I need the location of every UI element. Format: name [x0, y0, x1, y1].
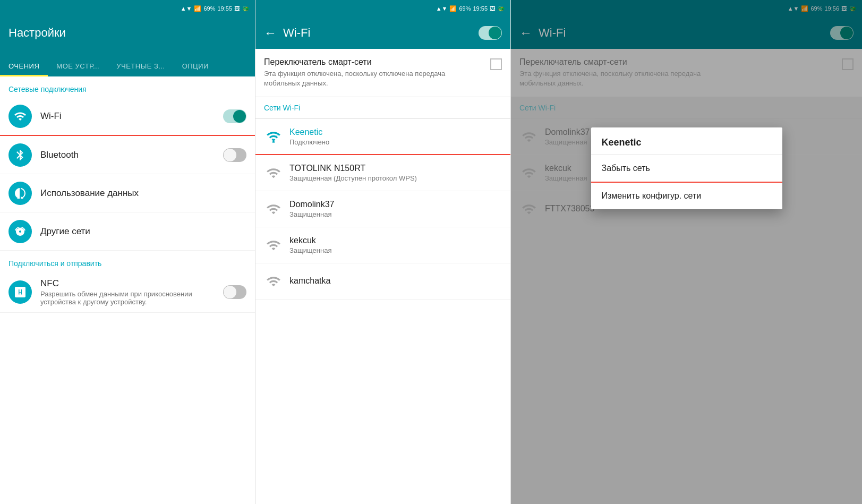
bluetooth-icon — [14, 149, 27, 161]
wifi-signal-icon-domolink — [264, 200, 283, 219]
app-bar-settings: Настройки — [0, 17, 255, 49]
tab-accounts[interactable]: УЧЕТНЫЕ З... — [108, 62, 173, 76]
nfc-icon — [14, 286, 27, 298]
smart-switch-middle: Переключатель смарт-сети Эта функция отк… — [255, 49, 510, 97]
status-bar-left: ▲▼ 📶 69% 19:55 🖼 🐲 — [0, 0, 255, 17]
smart-switch-text-middle: Переключатель смарт-сети Эта функция отк… — [264, 57, 466, 88]
context-menu: Keenetic Забыть сеть Изменить конфигур. … — [591, 127, 782, 209]
tab-device[interactable]: МОЕ УСТР... — [48, 62, 108, 76]
settings-title: Настройки — [8, 26, 66, 40]
kamchatka-text-middle: kamchatka — [289, 276, 502, 287]
forget-network-button[interactable]: Забыть сеть — [591, 155, 782, 183]
kekcuk-name-middle: kekcuk — [289, 236, 502, 245]
network-kamchatka-middle[interactable]: kamchatka — [255, 263, 510, 300]
wifi-setting-item[interactable]: Wi-Fi — [0, 98, 255, 136]
wifi-signal-icon-kamchatka — [264, 272, 283, 291]
smart-switch-row-middle: Переключатель смарт-сети Эта функция отк… — [264, 57, 502, 88]
nfc-setting-item[interactable]: NFC Разрешить обмен данными при прикосно… — [0, 272, 255, 313]
network-domolink-middle[interactable]: Domolink37 Защищенная — [255, 191, 510, 227]
signal-bars-icon-m: 📶 — [449, 5, 457, 12]
screenshot-icon: 🖼 — [234, 5, 240, 12]
status-icons-middle: ▲▼ 📶 69% 19:55 🖼 🐲 — [436, 5, 505, 12]
nfc-toggle[interactable] — [223, 285, 246, 299]
network-section-header: Сетевые подключения — [0, 76, 255, 98]
wifi-icon-circle — [8, 105, 32, 128]
battery-percent-middle: 69% — [459, 5, 471, 12]
domolink-status-middle: Защищенная — [289, 210, 502, 218]
keenetic-text-middle: Keenetic Подключено — [289, 127, 502, 146]
back-button-middle[interactable]: ← — [264, 25, 277, 40]
keenetic-status-middle: Подключено — [289, 138, 502, 146]
wifi-toggle-knob — [233, 110, 246, 123]
wifi-secured-icon-3 — [266, 238, 281, 253]
battery-percent-left: 69% — [203, 5, 215, 12]
domolink-text-middle: Domolink37 Защищенная — [289, 200, 502, 218]
network-keenetic-middle[interactable]: Keenetic Подключено — [255, 119, 510, 155]
wifi-signal-icon-keenetic — [264, 127, 283, 146]
totolink-status-middle: Защищенная (Доступен протокол WPS) — [289, 174, 502, 182]
data-usage-setting-item[interactable]: Использование данных — [0, 174, 255, 212]
tabs-bar: ОЧЕНИЯ МОЕ УСТР... УЧЕТНЫЕ З... ОПЦИИ — [0, 49, 255, 76]
smart-switch-title-middle: Переключатель смарт-сети — [264, 57, 466, 67]
kekcuk-text-middle: kekcuk Защищенная — [289, 236, 502, 254]
svg-point-1 — [272, 141, 275, 143]
network-totolink-middle[interactable]: TOTOLINK N150RT Защищенная (Доступен про… — [255, 155, 510, 191]
nfc-toggle-knob — [224, 286, 236, 298]
app-bar-wifi-middle: ← Wi-Fi — [255, 17, 510, 49]
wifi-status-icon: ▲▼ — [181, 5, 192, 12]
status-icons-left: ▲▼ 📶 69% 19:55 🖼 🐲 — [181, 5, 250, 12]
data-usage-icon — [14, 187, 27, 200]
data-usage-label: Использование данных — [40, 188, 246, 199]
wifi-title-middle: Wi-Fi — [283, 26, 310, 40]
wifi-toggle-appbar-middle — [479, 26, 502, 40]
bluetooth-label: Bluetooth — [40, 150, 223, 160]
wifi-panel-right: ▲▼ 📶 69% 19:56 🖼 🐲 ← Wi-Fi Переключатель… — [511, 0, 862, 504]
wifi-content-middle: Переключатель смарт-сети Эта функция отк… — [255, 49, 510, 504]
totolink-text-middle: TOTOLINK N150RT Защищенная (Доступен про… — [289, 164, 502, 182]
wifi-signal-icon-kekcuk — [264, 236, 283, 255]
bluetooth-toggle-knob — [224, 149, 236, 161]
nfc-icon-circle — [8, 280, 32, 304]
time-left: 19:55 — [217, 5, 232, 12]
settings-panel: ▲▼ 📶 69% 19:55 🖼 🐲 Настройки ОЧЕНИЯ МОЕ … — [0, 0, 255, 504]
other-networks-label: Другие сети — [40, 226, 246, 237]
other-networks-icon-circle — [8, 220, 32, 243]
bluetooth-text: Bluetooth — [40, 150, 223, 160]
bluetooth-icon-circle — [8, 143, 32, 167]
screenshot-icon-m: 🖼 — [490, 5, 496, 12]
wifi-label: Wi-Fi — [40, 111, 223, 122]
keenetic-name-middle: Keenetic — [289, 127, 502, 137]
tab-options[interactable]: ОПЦИИ — [174, 62, 217, 76]
tab-connections[interactable]: ОЧЕНИЯ — [0, 62, 48, 76]
svg-rect-2 — [272, 139, 273, 139]
other-networks-setting-item[interactable]: Другие сети — [0, 212, 255, 251]
wifi-secured-icon-2 — [266, 202, 281, 217]
wifi-text: Wi-Fi — [40, 111, 223, 122]
signal-bars-icon: 📶 — [194, 5, 201, 12]
context-menu-overlay[interactable]: Keenetic Забыть сеть Изменить конфигур. … — [511, 0, 862, 504]
kamchatka-name-middle: kamchatka — [289, 276, 502, 286]
change-config-button[interactable]: Изменить конфигур. сети — [591, 183, 782, 209]
wifi-toggle[interactable] — [223, 109, 246, 123]
bluetooth-toggle[interactable] — [223, 148, 246, 162]
wifi-connected-icon — [266, 129, 281, 144]
time-middle: 19:55 — [473, 5, 488, 12]
network-kekcuk-middle[interactable]: kekcuk Защищенная — [255, 227, 510, 263]
wifi-networks-header-middle: Сети Wi-Fi — [255, 97, 510, 119]
smart-switch-desc-middle: Эта функция отключена, поскольку отключе… — [264, 69, 466, 88]
settings-content: Сетевые подключения Wi-Fi B — [0, 76, 255, 504]
wifi-icon — [14, 110, 27, 123]
wifi-secured-icon — [266, 166, 281, 181]
connect-send-header: Подключиться и отправить — [0, 251, 255, 272]
domolink-name-middle: Domolink37 — [289, 200, 502, 209]
context-menu-title: Keenetic — [591, 127, 782, 155]
smart-switch-checkbox-middle[interactable] — [490, 58, 502, 70]
other-networks-text: Другие сети — [40, 226, 246, 237]
wifi-appbar-toggle-middle[interactable] — [479, 26, 502, 40]
totolink-name-middle: TOTOLINK N150RT — [289, 164, 502, 173]
wifi-secured-icon-4 — [266, 274, 281, 289]
nfc-subtitle: Разрешить обмен данными при прикосновени… — [40, 290, 223, 306]
data-usage-icon-circle — [8, 182, 32, 205]
bluetooth-setting-item[interactable]: Bluetooth — [0, 136, 255, 174]
status-bar-middle: ▲▼ 📶 69% 19:55 🖼 🐲 — [255, 0, 510, 17]
